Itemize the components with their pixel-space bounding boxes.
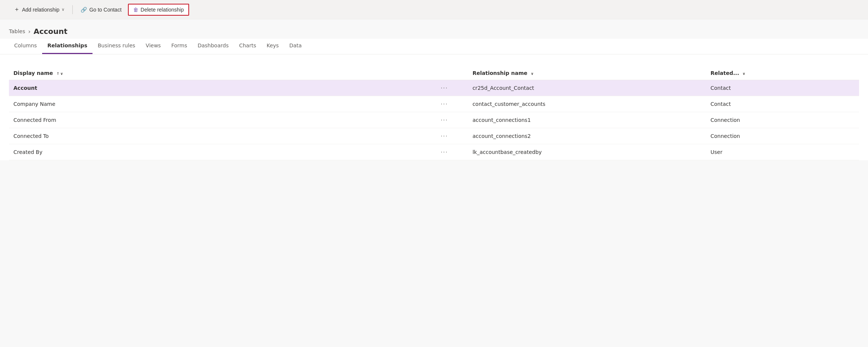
table-row[interactable]: Created By ··· lk_accountbase_createdby … — [9, 144, 859, 160]
tab-charts[interactable]: Charts — [234, 39, 261, 54]
delete-relationship-button[interactable]: 🗑 Delete relationship — [128, 4, 189, 16]
content-area: Display name ↑ ∨ Relationship name ∨ Rel… — [0, 54, 868, 160]
cell-rel-name: account_connections2 — [468, 128, 706, 144]
tab-forms[interactable]: Forms — [166, 39, 192, 54]
tab-views[interactable]: Views — [141, 39, 166, 54]
table-header-row: Display name ↑ ∨ Relationship name ∨ Rel… — [9, 66, 859, 80]
go-to-contact-button[interactable]: 🔗 Go to Contact — [76, 4, 126, 15]
cell-display-name: Connected To — [9, 128, 434, 144]
tab-relationships[interactable]: Relationships — [42, 39, 93, 54]
cell-dots[interactable]: ··· — [434, 96, 468, 112]
table-row[interactable]: Company Name ··· contact_customer_accoun… — [9, 96, 859, 112]
sort-desc-icon: ∨ — [60, 72, 63, 76]
cell-related: Connection — [706, 128, 859, 144]
sort-icons-related: ∨ — [742, 72, 745, 76]
table-row[interactable]: Connected From ··· account_connections1 … — [9, 112, 859, 128]
sort-desc-related-icon: ∨ — [742, 72, 745, 76]
delete-relationship-label: Delete relationship — [141, 7, 184, 13]
breadcrumb: Tables › Account — [0, 19, 868, 37]
sort-desc-rel-icon: ∨ — [531, 72, 534, 76]
cell-dots[interactable]: ··· — [434, 144, 468, 160]
sort-icons-rel-name: ∨ — [531, 72, 534, 76]
go-to-contact-label: Go to Contact — [89, 7, 121, 13]
breadcrumb-current: Account — [34, 27, 68, 36]
tab-keys[interactable]: Keys — [261, 39, 284, 54]
cell-rel-name: lk_accountbase_createdby — [468, 144, 706, 160]
tab-columns[interactable]: Columns — [9, 39, 42, 54]
toolbar: ＋ Add relationship ∨ 🔗 Go to Contact 🗑 D… — [0, 0, 868, 19]
link-icon: 🔗 — [81, 7, 87, 13]
breadcrumb-separator: › — [28, 28, 31, 35]
row-actions-button[interactable]: ··· — [439, 100, 450, 108]
toolbar-divider-1 — [72, 5, 73, 14]
cell-related: Connection — [706, 112, 859, 128]
table-row[interactable]: Connected To ··· account_connections2 Co… — [9, 128, 859, 144]
breadcrumb-parent[interactable]: Tables — [9, 28, 25, 34]
cell-rel-name: contact_customer_accounts — [468, 96, 706, 112]
tab-data[interactable]: Data — [284, 39, 307, 54]
cell-related: Contact — [706, 80, 859, 96]
cell-dots[interactable]: ··· — [434, 80, 468, 96]
table-row[interactable]: Account ··· cr25d_Account_Contact Contac… — [9, 80, 859, 96]
cell-display-name: Connected From — [9, 112, 434, 128]
row-actions-button[interactable]: ··· — [439, 116, 450, 124]
row-actions-button[interactable]: ··· — [439, 148, 450, 156]
col-header-display-name[interactable]: Display name ↑ ∨ — [9, 66, 434, 80]
add-relationship-label: Add relationship — [22, 7, 59, 13]
tab-business-rules[interactable]: Business rules — [93, 39, 141, 54]
col-header-related[interactable]: Related... ∨ — [706, 66, 859, 80]
cell-dots[interactable]: ··· — [434, 112, 468, 128]
tab-dashboards[interactable]: Dashboards — [192, 39, 234, 54]
col-header-relationship-name[interactable]: Relationship name ∨ — [468, 66, 706, 80]
plus-icon: ＋ — [14, 6, 20, 13]
cell-rel-name: cr25d_Account_Contact — [468, 80, 706, 96]
cell-related: Contact — [706, 96, 859, 112]
cell-dots[interactable]: ··· — [434, 128, 468, 144]
row-actions-button[interactable]: ··· — [439, 132, 450, 140]
trash-icon: 🗑 — [133, 7, 138, 13]
tab-bar: Columns Relationships Business rules Vie… — [0, 39, 868, 54]
add-chevron-icon: ∨ — [62, 7, 65, 12]
cell-display-name: Created By — [9, 144, 434, 160]
cell-display-name: Account — [9, 80, 434, 96]
col-header-actions — [434, 66, 468, 80]
add-relationship-button[interactable]: ＋ Add relationship ∨ — [9, 3, 69, 16]
relationships-table: Display name ↑ ∨ Relationship name ∨ Rel… — [9, 66, 859, 160]
sort-asc-icon: ↑ — [56, 72, 59, 76]
sort-icons-display-name: ↑ ∨ — [56, 72, 63, 76]
cell-related: User — [706, 144, 859, 160]
cell-display-name: Company Name — [9, 96, 434, 112]
row-actions-button[interactable]: ··· — [439, 84, 450, 92]
cell-rel-name: account_connections1 — [468, 112, 706, 128]
